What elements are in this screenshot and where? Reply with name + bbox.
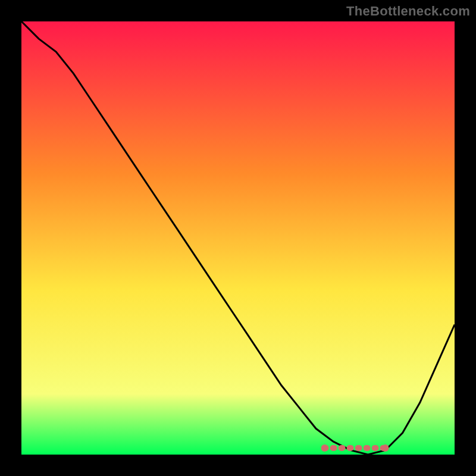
watermark-text: TheBottleneck.com xyxy=(346,4,470,19)
svg-point-2 xyxy=(382,444,389,452)
chart-container: TheBottleneck.com xyxy=(0,0,476,476)
plot-area xyxy=(21,21,455,455)
bottleneck-curve xyxy=(21,21,455,455)
svg-point-1 xyxy=(321,444,328,452)
